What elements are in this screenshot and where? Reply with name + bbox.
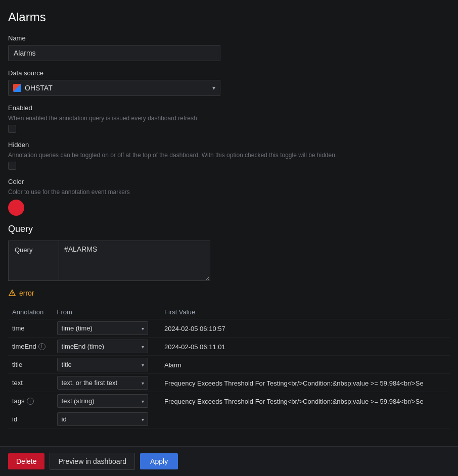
enabled-group: Enabled When enabled the annotation quer… [8, 104, 450, 133]
hidden-description: Annotation queries can be toggled on or … [8, 152, 450, 159]
annotation-label-timeend: timeEnd i [12, 343, 49, 350]
id-select-wrapper: id ▾ [57, 412, 148, 426]
name-input[interactable] [8, 45, 220, 61]
error-section: error [8, 289, 450, 297]
info-icon[interactable]: i [38, 343, 45, 350]
datasource-select[interactable]: OHSTAT [8, 80, 220, 96]
title-select[interactable]: title [57, 358, 148, 371]
annotation-label-text: text [12, 379, 49, 387]
color-group: Color Color to use for the annotation ev… [8, 178, 450, 216]
timeend-first-value: 2024-02-05 06:11:01 [164, 343, 225, 351]
error-text: error [19, 289, 34, 297]
datasource-label: Data source [8, 69, 450, 77]
title-first-value: Alarm [164, 361, 181, 369]
annotation-label-id: id [12, 415, 49, 423]
title-select-wrapper: title ▾ [57, 358, 148, 371]
hidden-checkbox-wrapper [8, 162, 450, 170]
name-group: Name [8, 34, 450, 61]
info-icon[interactable]: i [27, 398, 34, 405]
warning-icon [8, 289, 16, 297]
table-row: timeEnd i timeEnd (time) ▾ 2024-02-05 06… [8, 338, 450, 356]
enabled-description: When enabled the annotation query is iss… [8, 115, 450, 122]
footer: Delete Preview in dashboard Apply [0, 446, 458, 476]
apply-button[interactable]: Apply [140, 453, 178, 469]
id-select[interactable]: id [57, 412, 148, 426]
color-label: Color [8, 178, 450, 185]
annotation-label-title: title [12, 361, 49, 368]
table-row: title title ▾ Alarm [8, 356, 450, 374]
text-select[interactable]: text, or the first text [57, 376, 148, 390]
timeend-select[interactable]: timeEnd (time) [57, 340, 148, 353]
query-label-cell: Query [8, 241, 59, 281]
preview-dashboard-button[interactable]: Preview in dashboard [50, 453, 135, 470]
delete-button[interactable]: Delete [8, 453, 44, 469]
table-row: time time (time) ▾ 2024-02-05 06:10:57 [8, 319, 450, 338]
tags-select-wrapper: text (string) ▾ [57, 394, 148, 408]
text-select-wrapper: text, or the first text ▾ [57, 376, 148, 390]
time-select-wrapper: time (time) ▾ [57, 321, 148, 335]
table-row: text text, or the first text ▾ Frequency… [8, 374, 450, 392]
query-row: Query #ALARMS [8, 241, 450, 281]
text-first-value: Frequency Exceeds Threshold For Testing<… [164, 379, 424, 387]
hidden-checkbox[interactable] [8, 162, 16, 170]
enabled-checkbox-wrapper [8, 125, 450, 133]
color-description: Color to use for the annotation event ma… [8, 188, 450, 196]
svg-point-1 [12, 295, 13, 296]
col-from: From [53, 305, 160, 319]
annotation-table: Annotation From First Value time time (t… [8, 305, 450, 429]
time-first-value: 2024-02-05 06:10:57 [164, 325, 225, 332]
table-row: id id ▾ [8, 410, 450, 429]
query-label: Query [15, 246, 32, 254]
query-section: Query #ALARMS [8, 241, 450, 281]
tags-select[interactable]: text (string) [57, 394, 148, 408]
timeend-select-wrapper: timeEnd (time) ▾ [57, 340, 148, 353]
col-annotation: Annotation [8, 305, 53, 319]
annotation-label-time: time [12, 324, 49, 332]
annotation-label-tags: tags i [12, 397, 49, 405]
datasource-select-wrapper: OHSTAT ▾ [8, 80, 220, 96]
page-title: Alarms [8, 10, 450, 24]
table-row: tags i text (string) ▾ Frequency Exceeds… [8, 392, 450, 410]
query-textarea[interactable]: #ALARMS [59, 241, 210, 281]
hidden-group: Hidden Annotation queries can be toggled… [8, 141, 450, 170]
col-first-value: First Value [160, 305, 450, 319]
tags-first-value: Frequency Exceeds Threshold For Testing<… [164, 398, 424, 405]
time-select[interactable]: time (time) [57, 321, 148, 335]
datasource-icon [13, 84, 21, 92]
query-section-title: Query [8, 224, 450, 234]
hidden-label: Hidden [8, 141, 450, 149]
enabled-label: Enabled [8, 104, 450, 112]
datasource-group: Data source OHSTAT ▾ [8, 69, 450, 96]
enabled-checkbox[interactable] [8, 125, 16, 133]
ohstat-logo-icon [13, 84, 21, 92]
name-label: Name [8, 34, 450, 42]
color-swatch-button[interactable] [8, 200, 24, 216]
